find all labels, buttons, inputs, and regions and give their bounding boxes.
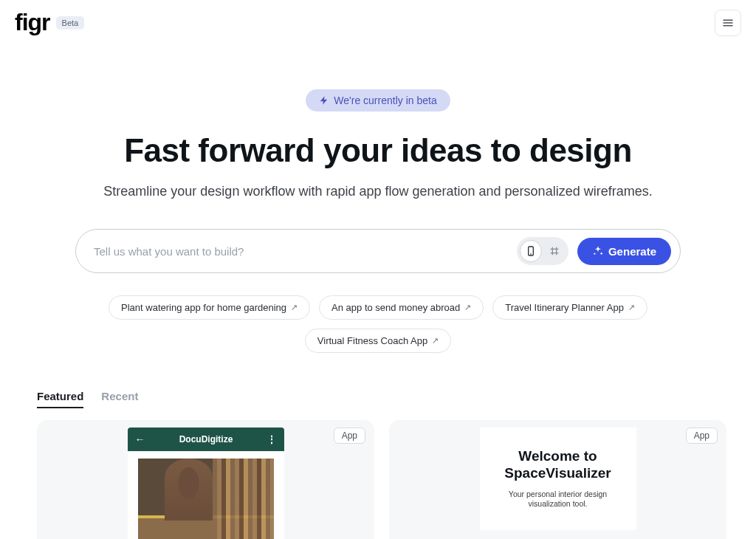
suggestion-chip[interactable]: Plant watering app for home gardening ↗ xyxy=(109,295,310,320)
beta-banner-text: We're currently in beta xyxy=(334,95,436,106)
toggle-grid[interactable] xyxy=(543,240,566,262)
mock-image-area xyxy=(128,451,284,539)
mock-app-preview: Welcome to SpaceVisualizer Your personal… xyxy=(480,428,636,530)
back-arrow-icon: ← xyxy=(135,433,145,445)
page-headline: Fast forward your ideas to design xyxy=(124,132,632,169)
suggestion-chip[interactable]: Travel Itinerary Planner App ↗ xyxy=(492,295,647,320)
beta-banner: We're currently in beta xyxy=(306,89,450,111)
aspect-toggle xyxy=(517,237,568,265)
mock-welcome-title: Welcome to SpaceVisualizer xyxy=(492,448,625,482)
arrow-up-right-icon: ↗ xyxy=(628,303,635,312)
suggestion-chip[interactable]: An app to send money abroad ↗ xyxy=(319,295,484,320)
gallery-card[interactable]: App Welcome to SpaceVisualizer Your pers… xyxy=(389,420,726,539)
more-vertical-icon: ⋮ xyxy=(267,433,276,445)
gallery: Featured Recent App ← DocuDigitize ⋮ App… xyxy=(0,353,756,539)
generate-button[interactable]: Generate xyxy=(577,238,671,265)
mock-topbar: ← DocuDigitize ⋮ xyxy=(128,428,284,451)
arrow-up-right-icon: ↗ xyxy=(464,303,471,312)
suggestion-text: Travel Itinerary Planner App xyxy=(505,302,624,313)
page-subhead: Streamline your design workflow with rap… xyxy=(103,184,652,199)
logo-area: figr Beta xyxy=(15,9,84,36)
tab-recent[interactable]: Recent xyxy=(101,390,138,408)
card-type-badge: App xyxy=(334,428,365,444)
suggestion-text: Plant watering app for home gardening xyxy=(121,302,286,313)
suggestion-text: An app to send money abroad xyxy=(331,302,460,313)
hamburger-icon xyxy=(721,16,735,30)
mock-welcome-tagline: Your personal interior design visualizat… xyxy=(492,490,625,509)
prompt-input[interactable] xyxy=(94,245,508,258)
tab-featured[interactable]: Featured xyxy=(37,390,83,408)
arrow-up-right-icon: ↗ xyxy=(432,336,439,346)
mock-photo xyxy=(138,459,274,539)
gallery-tabs: Featured Recent xyxy=(37,390,726,408)
menu-button[interactable] xyxy=(715,10,741,36)
card-type-badge: App xyxy=(686,428,718,444)
mobile-icon xyxy=(525,245,537,257)
gallery-card[interactable]: App ← DocuDigitize ⋮ xyxy=(37,420,374,539)
mock-app-title: DocuDigitize xyxy=(179,434,233,444)
header: figr Beta xyxy=(0,0,756,45)
lightning-icon xyxy=(319,95,329,106)
generate-label: Generate xyxy=(608,245,656,258)
grid-icon xyxy=(549,245,560,257)
suggestion-text: Virtual Fitness Coach App xyxy=(317,335,427,346)
beta-badge: Beta xyxy=(56,16,85,30)
hero: We're currently in beta Fast forward you… xyxy=(0,45,756,353)
suggestion-chip[interactable]: Virtual Fitness Coach App ↗ xyxy=(305,329,451,353)
toggle-mobile[interactable] xyxy=(520,240,542,262)
mock-app-preview: ← DocuDigitize ⋮ xyxy=(128,428,284,539)
logo-text: figr xyxy=(15,9,50,36)
arrow-up-right-icon: ↗ xyxy=(291,303,298,312)
sparkle-icon xyxy=(592,245,604,257)
suggestion-list: Plant watering app for home gardening ↗ … xyxy=(75,295,681,353)
prompt-bar: Generate xyxy=(75,229,681,273)
card-grid: App ← DocuDigitize ⋮ App Welcome to Spac… xyxy=(37,420,726,539)
